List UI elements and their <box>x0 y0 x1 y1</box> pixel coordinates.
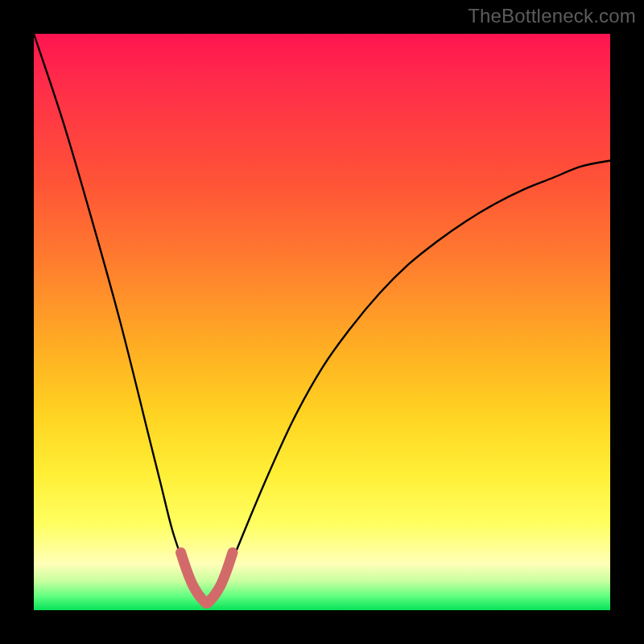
chart-frame: TheBottleneck.com <box>0 0 644 644</box>
highlight-segment-path <box>181 552 233 603</box>
plot-area <box>34 34 610 610</box>
curve-layer <box>34 34 610 610</box>
bottleneck-curve-path <box>34 34 610 605</box>
watermark-text: TheBottleneck.com <box>468 5 636 27</box>
